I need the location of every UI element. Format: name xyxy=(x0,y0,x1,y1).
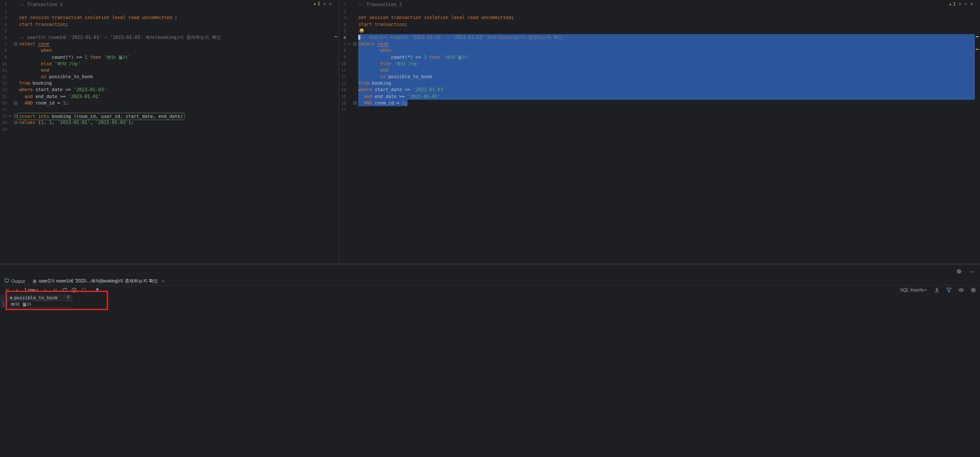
fold-marker-icon[interactable] xyxy=(14,102,17,105)
gutter[interactable]: 3 xyxy=(0,14,19,21)
gutter[interactable]: 11 xyxy=(0,67,19,73)
code-line[interactable]: 16 AND room_id = 1; xyxy=(0,100,334,106)
inspection-menu-icon[interactable]: ≡ xyxy=(970,1,973,6)
code-text[interactable]: as possible_to_book xyxy=(358,73,975,80)
result-cell[interactable]: 예약 불가 xyxy=(7,301,72,308)
code-line[interactable]: 1-- Transaction 2 xyxy=(339,1,975,8)
history-clock-icon[interactable] xyxy=(71,286,78,293)
fold-region[interactable] xyxy=(352,100,358,106)
code-text[interactable]: else '예약 가능' xyxy=(19,60,334,67)
row-number[interactable]: 1 xyxy=(0,301,7,308)
code-line[interactable]: 5 xyxy=(339,28,975,34)
fold-region[interactable] xyxy=(13,113,19,119)
grid-settings-gear-icon[interactable] xyxy=(970,286,977,293)
gutter[interactable]: 15 xyxy=(339,93,358,100)
fold-region[interactable] xyxy=(13,41,19,47)
fold-marker-icon[interactable] xyxy=(14,114,17,117)
gutter[interactable]: 8 xyxy=(339,47,358,54)
code-text[interactable] xyxy=(19,28,334,34)
code-line[interactable]: 1-- Transaction 1 xyxy=(0,1,334,8)
code-text[interactable]: from booking xyxy=(358,80,975,86)
code-text[interactable]: -- user2가 room1에 '2023-01-01' ~ '2023-01… xyxy=(358,34,975,41)
code-text[interactable]: values (1, 1, '2023-01-01', '2023-01-03'… xyxy=(19,119,334,126)
row-count-dropdown[interactable]: 1 row ▾ xyxy=(24,287,38,292)
gutter[interactable]: 16 xyxy=(0,100,19,106)
prev-issue-icon[interactable]: ∧ xyxy=(323,2,326,6)
code-editor-transaction-1[interactable]: 1-- Transaction 123set session transacti… xyxy=(0,0,334,263)
gutter[interactable]: 11 xyxy=(339,67,358,73)
code-line[interactable]: 18✓insert into booking (room_id, user_id… xyxy=(0,113,334,119)
next-issue-icon[interactable]: ∨ xyxy=(329,2,332,6)
code-line[interactable]: 14where start_date <= '2023-01-03' xyxy=(0,86,334,93)
gutter[interactable]: 6 xyxy=(0,34,19,41)
gutter[interactable]: 13 xyxy=(0,80,19,86)
code-editor-transaction-2[interactable]: 1-- Transaction 223set session transacti… xyxy=(339,0,975,263)
code-text[interactable]: else '예약 가능' xyxy=(358,60,975,67)
code-text[interactable]: and end_date >= '2023-01-01' xyxy=(19,93,334,100)
prev-issue-icon[interactable]: ∧ xyxy=(958,2,961,6)
code-text[interactable] xyxy=(19,106,334,113)
refresh-icon[interactable] xyxy=(61,286,68,293)
code-text[interactable]: count(*) >= 1 then '예약 불가' xyxy=(19,54,334,60)
code-text[interactable]: and end_date >= '2023-01-01' xyxy=(358,93,975,100)
next-issue-icon[interactable]: ∨ xyxy=(964,2,967,6)
gutter[interactable]: 18✓ xyxy=(0,113,19,119)
view-eye-icon[interactable] xyxy=(958,286,964,293)
gutter[interactable]: 12 xyxy=(0,73,19,80)
gutter[interactable]: 10 xyxy=(0,60,19,67)
code-text[interactable]: set session transaction isolation level … xyxy=(358,14,975,21)
code-text[interactable] xyxy=(19,126,334,133)
tool-window-settings-icon[interactable] xyxy=(955,268,962,275)
insert-format-dropdown[interactable]: SQL Inserts ▾ xyxy=(900,287,926,292)
code-line[interactable]: 13from booking xyxy=(0,80,334,86)
code-text[interactable]: from booking xyxy=(19,80,334,86)
gutter[interactable]: 17 xyxy=(0,106,19,113)
code-text[interactable]: AND room_id = 1; xyxy=(358,100,975,106)
code-text[interactable]: insert into booking (room_id, user_id, s… xyxy=(19,113,334,119)
code-text[interactable]: set session transaction isolation level … xyxy=(19,14,334,21)
filter-icon[interactable] xyxy=(945,286,952,293)
gutter[interactable]: 14 xyxy=(0,86,19,93)
grid-corner-cell[interactable] xyxy=(0,294,7,301)
code-text[interactable] xyxy=(358,8,975,14)
code-line[interactable]: 11 end xyxy=(339,67,975,73)
gutter[interactable]: 14 xyxy=(339,86,358,93)
code-line[interactable]: 17 xyxy=(339,106,975,113)
first-page-icon[interactable] xyxy=(3,286,10,293)
fold-marker-icon[interactable] xyxy=(353,102,356,105)
code-line[interactable]: 17 xyxy=(0,106,334,113)
code-text[interactable]: count(*) >= 1 then '예약 불가' xyxy=(358,54,975,60)
intention-bulb-icon[interactable] xyxy=(360,29,364,33)
fold-marker-icon[interactable] xyxy=(353,42,356,45)
code-line[interactable]: 9 count(*) >= 1 then '예약 불가' xyxy=(0,54,334,60)
gutter[interactable]: 1 xyxy=(339,1,358,8)
code-text[interactable] xyxy=(358,106,975,113)
fold-region[interactable] xyxy=(13,100,19,106)
gutter[interactable]: 17 xyxy=(339,106,358,113)
inspection-widget-right[interactable]: ▲ 1 ∧ ∨ ≡ xyxy=(948,1,973,6)
fold-region[interactable] xyxy=(13,119,19,126)
code-text[interactable]: where start_date <= '2023-01-03' xyxy=(358,86,975,93)
code-line[interactable]: 16 AND room_id = 1; xyxy=(339,100,975,106)
code-line[interactable]: 3set session transaction isolation level… xyxy=(0,14,334,21)
code-line[interactable]: 7✓select case xyxy=(339,41,975,47)
code-text[interactable]: start transaction; xyxy=(19,21,334,28)
stop-icon[interactable] xyxy=(80,286,87,293)
export-download-icon[interactable] xyxy=(933,286,940,293)
fold-region[interactable] xyxy=(352,41,358,47)
error-stripe-right[interactable] xyxy=(975,0,980,263)
code-text[interactable] xyxy=(358,28,975,34)
close-tab-icon[interactable]: × xyxy=(162,279,164,284)
code-text[interactable]: when xyxy=(358,47,975,54)
code-line[interactable]: 6-- user2가 room1에 '2023-01-01' ~ '2023-0… xyxy=(339,34,975,41)
code-line[interactable]: 3set session transaction isolation level… xyxy=(339,14,975,21)
fold-marker-icon[interactable] xyxy=(14,121,17,124)
code-text[interactable]: select case xyxy=(19,41,334,47)
code-line[interactable]: 10 else '예약 가능' xyxy=(0,60,334,67)
gutter[interactable]: 1 xyxy=(0,1,19,8)
gutter[interactable]: 6 xyxy=(339,34,358,41)
code-line[interactable]: 13from booking xyxy=(339,80,975,86)
code-line[interactable]: 2 xyxy=(0,8,334,14)
previous-page-icon[interactable] xyxy=(13,286,20,293)
code-text[interactable]: where start_date <= '2023-01-03' xyxy=(19,86,334,93)
